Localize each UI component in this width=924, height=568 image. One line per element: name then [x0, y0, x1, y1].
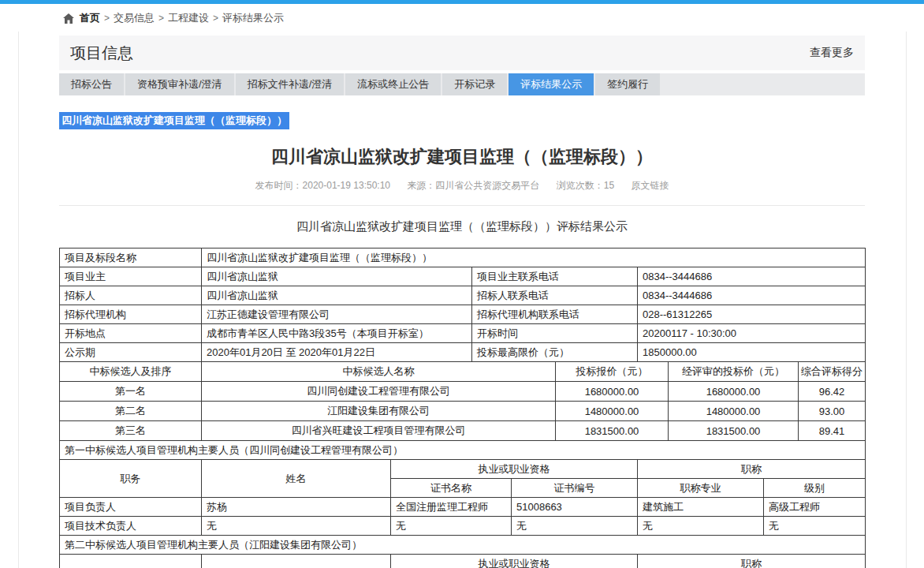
info-value: 028--61312265	[638, 305, 866, 324]
breadcrumb-separator: >	[104, 13, 110, 24]
col-header-name: 姓名	[202, 460, 391, 498]
original-link[interactable]: 原文链接	[631, 180, 669, 191]
breadcrumb-trade-info[interactable]: 交易信息	[114, 11, 155, 25]
info-label: 开标地点	[60, 324, 202, 343]
personnel-section2-table: 第二中标候选人项目管理机构主要人员（江阳建设集团有限公司） 职务 姓名 执业或职…	[59, 535, 866, 568]
person-title-level: 无	[764, 517, 866, 536]
project-link-selected[interactable]: 四川省凉山监狱改扩建项目监理（（监理标段））	[59, 112, 289, 129]
personnel-section2-title: 第二中标候选人项目管理机构主要人员（江阳建设集团有限公司）	[60, 536, 866, 555]
info-label: 投标最高限价（元）	[472, 343, 638, 362]
breadcrumb: 首页 > 交易信息 > 工程建设 > 评标结果公示	[0, 4, 924, 32]
col-header-score: 综合评标得分	[799, 362, 866, 382]
article-meta: 发布时间：2020-01-19 13:50:10 来源：四川省公共资源交易平台 …	[59, 179, 865, 192]
candidate-bid: 1480000.00	[556, 402, 669, 421]
view-more-link[interactable]: 查看更多	[810, 46, 854, 60]
info-label: 项目业主	[60, 267, 202, 286]
info-label: 项目业主联系电话	[472, 267, 638, 286]
col-header-name: 姓名	[202, 555, 391, 568]
candidate-name: 四川同创建设工程管理有限公司	[202, 382, 556, 402]
info-value: 0834--3444686	[638, 267, 866, 286]
article-title: 四川省凉山监狱改扩建项目监理（（监理标段））	[59, 145, 865, 169]
view-count: 浏览次数：15	[557, 180, 614, 191]
person-duty: 项目负责人	[60, 498, 202, 517]
table-header-row: 职务 姓名 执业或职业资格 职称	[60, 460, 866, 479]
tab-tender-announcement[interactable]: 招标公告	[59, 73, 124, 95]
info-value: 四川省凉山监狱改扩建项目监理（（监理标段））	[202, 248, 866, 267]
col-header-name: 中标候选人名称	[202, 362, 556, 382]
col-header-duty: 职务	[60, 555, 202, 568]
table-row: 招标代理机构 江苏正德建设管理有限公司 招标代理机构联系电话 028--6131…	[60, 305, 866, 324]
candidate-row: 第二名 江阳建设集团有限公司 1480000.00 1480000.00 93.…	[60, 402, 866, 421]
candidate-name: 四川省兴旺建设工程项目管理有限公司	[202, 421, 556, 441]
personnel-section1-title: 第一中标候选人项目管理机构主要人员（四川同创建设工程管理有限公司）	[60, 441, 866, 460]
col-header-title-major: 职称专业	[638, 479, 764, 498]
candidate-name: 江阳建设集团有限公司	[202, 402, 556, 421]
info-value: 四川省凉山监狱	[202, 286, 472, 305]
col-header-cert-no: 证书编号	[512, 479, 638, 498]
candidate-evaluated: 1480000.00	[669, 402, 799, 421]
breadcrumb-separator: >	[213, 13, 218, 24]
info-value: 四川省凉山监狱	[202, 267, 472, 286]
candidate-bid: 1680000.00	[556, 382, 669, 402]
col-header-rank: 中标候选人及排序	[60, 362, 202, 382]
home-icon[interactable]	[63, 13, 74, 24]
section-title-row: 第一中标候选人项目管理机构主要人员（四川同创建设工程管理有限公司）	[60, 441, 866, 460]
tab-bid-doc-clarification[interactable]: 招标文件补遗/澄清	[236, 73, 345, 95]
candidate-evaluated: 1680000.00	[669, 382, 799, 402]
tab-prequalification-clarification[interactable]: 资格预审补遗/澄清	[125, 73, 234, 95]
table-row: 招标人 四川省凉山监狱 招标人联系电话 0834--3444686	[60, 286, 866, 305]
info-label: 公示期	[60, 343, 202, 362]
table-row: 开标地点 成都市青羊区人民中路3段35号（本项目开标室） 开标时间 202001…	[60, 324, 866, 343]
info-label: 招标代理机构	[60, 305, 202, 324]
info-label: 招标人联系电话	[472, 286, 638, 305]
candidate-row: 第三名 四川省兴旺建设工程项目管理有限公司 1831500.00 1831500…	[60, 421, 866, 441]
person-cert-name: 全国注册监理工程师	[391, 498, 512, 517]
personnel-section1-table: 第一中标候选人项目管理机构主要人员（四川同创建设工程管理有限公司） 职务 姓名 …	[59, 440, 866, 536]
breadcrumb-engineering[interactable]: 工程建设	[168, 11, 209, 25]
breadcrumb-home[interactable]: 首页	[80, 11, 100, 25]
person-name: 苏杨	[202, 498, 391, 517]
col-header-duty: 职务	[60, 460, 202, 498]
info-value: 20200117 - 10:30:00	[638, 324, 866, 343]
publish-time: 发布时间：2020-01-19 13:50:10	[255, 180, 390, 191]
page-right-border	[906, 32, 907, 568]
col-header-title-level: 级别	[764, 479, 866, 498]
tab-evaluation-result[interactable]: 评标结果公示	[509, 73, 594, 95]
person-duty: 项目技术负责人	[60, 517, 202, 536]
source: 来源：四川省公共资源交易平台	[407, 180, 539, 191]
tab-bid-opening-record[interactable]: 开标记录	[442, 73, 507, 95]
candidate-evaluated: 1831500.00	[669, 421, 799, 441]
table-header-row: 职务 姓名 执业或职业资格 职称	[60, 555, 866, 568]
info-label: 项目及标段名称	[60, 248, 202, 267]
person-cert-no: 无	[512, 517, 638, 536]
candidate-bid: 1831500.00	[556, 421, 669, 441]
candidate-score: 89.41	[799, 421, 866, 441]
person-title-level: 高级工程师	[764, 498, 866, 517]
table-row: 项目业主 四川省凉山监狱 项目业主联系电话 0834--3444686	[60, 267, 866, 286]
col-header-bid: 投标报价（元）	[556, 362, 669, 382]
notice-title: 四川省凉山监狱改扩建项目监理（（监理标段））评标结果公示	[59, 219, 865, 234]
table-header-row: 中标候选人及排序 中标候选人名称 投标报价（元） 经评审的投标价（元） 综合评标…	[60, 362, 866, 382]
section-title-row: 第二中标候选人项目管理机构主要人员（江阳建设集团有限公司）	[60, 536, 866, 555]
info-label: 开标时间	[472, 324, 638, 343]
info-value: 1850000.00	[638, 343, 866, 362]
page-left-border	[18, 32, 19, 568]
tab-failure-termination-notice[interactable]: 流标或终止公告	[345, 73, 441, 95]
candidate-score: 93.00	[799, 402, 866, 421]
tab-contract-performance[interactable]: 签约履行	[595, 73, 660, 95]
candidate-rank: 第三名	[60, 421, 202, 441]
info-label: 招标人	[60, 286, 202, 305]
col-header-evaluated: 经评审的投标价（元）	[669, 362, 799, 382]
col-header-qualification-group: 执业或职业资格	[391, 460, 638, 479]
person-title-major: 建筑施工	[638, 498, 764, 517]
project-info-table: 项目及标段名称 四川省凉山监狱改扩建项目监理（（监理标段）） 项目业主 四川省凉…	[59, 248, 866, 362]
candidate-rank: 第二名	[60, 402, 202, 421]
breadcrumb-evaluation-result[interactable]: 评标结果公示	[222, 11, 284, 25]
col-header-cert-name: 证书名称	[391, 479, 512, 498]
col-header-qualification-group: 执业或职业资格	[391, 555, 638, 568]
candidate-score: 96.42	[799, 382, 866, 402]
personnel-row: 项目技术负责人 无 无 无 无 无	[60, 517, 866, 536]
info-value: 成都市青羊区人民中路3段35号（本项目开标室）	[202, 324, 472, 343]
info-value: 江苏正德建设管理有限公司	[202, 305, 472, 324]
breadcrumb-separator: >	[158, 13, 164, 24]
